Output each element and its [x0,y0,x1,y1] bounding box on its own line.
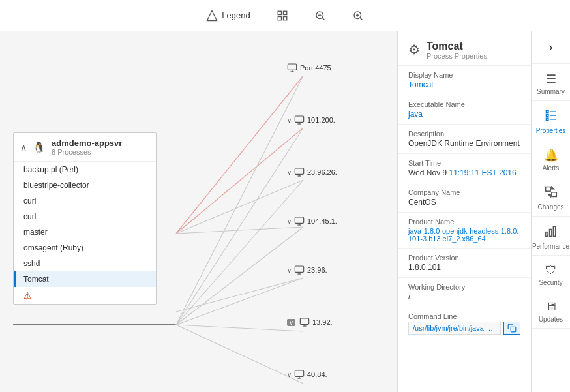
process-item-warning: ⚠ [14,287,156,304]
svg-line-14 [176,180,303,234]
svg-rect-48 [546,114,548,116]
expand-icon[interactable]: ∨ [287,117,292,124]
node-label: 13.92. [312,318,333,326]
linux-icon: 🐧 [32,140,46,155]
working-directory-value: / [408,292,520,301]
start-time-text: Wed Nov 9 [408,168,449,177]
svg-rect-55 [545,232,547,237]
svg-line-6 [322,18,324,20]
svg-rect-28 [295,116,303,122]
product-name-label: Product Name [408,218,520,226]
product-version-value: 1.8.0.101 [408,263,520,272]
description-value: OpenJDK Runtime Environment [408,139,520,148]
process-item[interactable]: backup.pl (Perl) [14,162,156,177]
server-subtitle: 8 Processes [52,148,122,156]
copy-icon [507,324,517,333]
svg-rect-25 [288,64,296,70]
svg-rect-34 [295,217,303,223]
node-6: ∨ 40.84. [287,369,327,380]
collapse-button[interactable]: ∧ [20,142,27,153]
alerts-label: Alerts [543,164,560,172]
side-nav: › ☰ Summary Properties 🔔 Alerts [531,31,570,392]
summary-label: Summary [537,88,565,95]
node-1: ∨ 101.200. [287,115,335,125]
start-time-value: Wed Nov 9 11:19:11 EST 2016 [408,168,520,177]
process-item[interactable]: master [14,224,156,240]
main-container: ∧ 🐧 admdemo-appsvr 8 Processes backup.pl… [0,31,570,392]
server-name: admdemo-appsvr [52,138,122,148]
legend-button[interactable]: Legend [200,6,256,25]
svg-rect-49 [546,118,548,120]
node-label: 40.84. [307,370,327,378]
svg-rect-54 [551,192,556,197]
summary-nav-button[interactable]: ☰ Summary [532,64,570,101]
security-nav-button[interactable]: 🛡 Security [532,256,570,292]
company-name-label: Company Name [408,188,520,196]
node-4: ∨ 23.96. [287,265,327,275]
gear-icon: ⚙ [408,42,420,57]
grid-button[interactable] [270,6,295,25]
node-label: 23.96. [307,266,327,274]
svg-rect-37 [295,266,303,272]
product-name-value[interactable]: java-1.8.0-openjdk-headless-1.8.0.101-3.… [408,227,520,243]
display-name-label: Display Name [408,71,520,79]
process-item[interactable]: curl [14,209,156,224]
process-item[interactable]: sshd [14,256,156,271]
server-info: admdemo-appsvr 8 Processes [52,138,122,156]
product-name-section: Product Name java-1.8.0-openjdk-headless… [398,213,531,249]
process-item[interactable]: bluestripe-collector [14,177,156,193]
process-item[interactable]: omsagent (Ruby) [14,240,156,256]
changes-icon [545,185,558,202]
command-line-container: /usr/lib/jvm/jre/bin/java -Djava.util.lo [408,322,520,335]
display-name-section: Display Name Tomcat [398,66,531,95]
svg-line-9 [360,18,362,20]
expand-button[interactable]: › [532,31,570,64]
zoom-out-icon [314,10,326,22]
properties-icon [545,109,558,125]
svg-line-22 [176,278,303,325]
svg-line-20 [176,180,303,325]
process-panel: ∧ 🐧 admdemo-appsvr 8 Processes backup.pl… [13,132,157,305]
display-name-value: Tomcat [408,80,520,89]
monitor-icon [287,63,297,73]
map-area[interactable]: ∧ 🐧 admdemo-appsvr 8 Processes backup.pl… [0,31,397,392]
zoom-in-icon [352,10,364,22]
svg-rect-53 [545,187,550,192]
toolbar: Legend [0,0,570,31]
alerts-icon: 🔔 [544,148,558,162]
monitor-icon [299,317,310,327]
expand-icon[interactable]: ∨ [287,371,292,378]
expand-icon[interactable]: ∨ [287,169,292,176]
process-panel-header: ∧ 🐧 admdemo-appsvr 8 Processes [14,133,156,162]
expand-icon[interactable]: ∨ [287,218,292,225]
updates-nav-button[interactable]: 🖥 Updates [532,292,570,329]
executable-name-value: java [408,110,520,119]
properties-panel: ⚙ Tomcat Process Properties Display Name… [398,31,531,392]
properties-nav-button[interactable]: Properties [532,101,570,140]
monitor-icon [294,115,305,125]
svg-rect-43 [295,370,303,376]
performance-nav-button[interactable]: Performance [532,217,570,256]
svg-line-21 [176,227,303,325]
zoom-out-button[interactable] [308,6,333,25]
zoom-in-button[interactable] [346,6,370,25]
svg-rect-47 [546,111,548,113]
expand-icon[interactable]: ∨ [287,319,295,326]
command-line-value: /usr/lib/jvm/jre/bin/java -Djava.util.lo [408,322,501,335]
alerts-nav-button[interactable]: 🔔 Alerts [532,140,570,177]
executable-name-section: Executable Name java [398,95,531,125]
process-item-tomcat[interactable]: Tomcat [14,271,156,287]
changes-nav-button[interactable]: Changes [532,177,570,217]
security-label: Security [539,279,562,286]
svg-rect-3 [278,16,281,20]
grid-icon [277,10,288,22]
copy-button[interactable] [503,322,520,335]
performance-icon [545,224,558,241]
expand-icon[interactable]: ∨ [287,267,292,274]
process-item[interactable]: curl [14,193,156,209]
company-name-section: Company Name CentOS [398,183,531,213]
node-label: 104.45.1. [307,217,337,225]
svg-rect-56 [549,230,551,237]
legend-label: Legend [222,10,250,20]
product-version-label: Product Version [408,254,520,262]
